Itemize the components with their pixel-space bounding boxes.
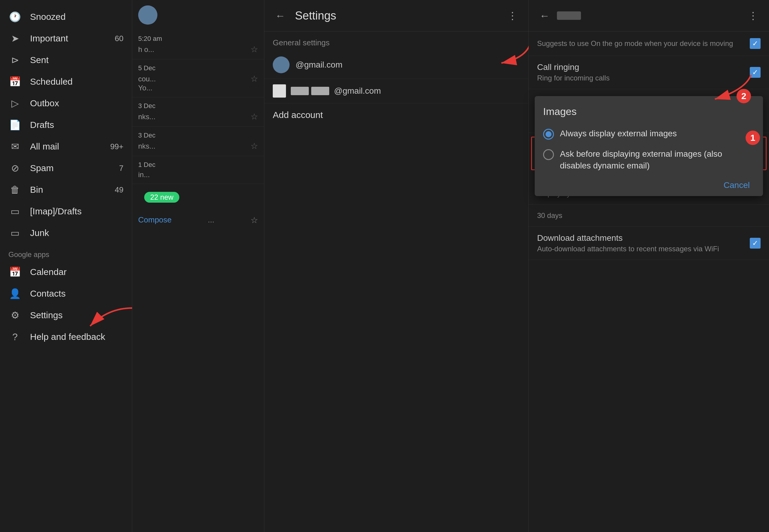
account-item-1[interactable]: @gmail.com [264, 51, 528, 79]
email-item-3[interactable]: 3 Dec nks... ☆ [132, 97, 264, 127]
email-preview-3a: nks... [138, 113, 155, 121]
download-attachments-title: Download attachments [537, 233, 750, 243]
strip-header [132, 0, 264, 30]
dialog-option-ask[interactable]: Ask before displaying external images (a… [543, 144, 755, 176]
email-time-5: 1 Dec [138, 161, 258, 169]
sidebar-item-outbox[interactable]: ▷ Outbox [0, 92, 132, 114]
add-account-button[interactable]: Add account [264, 103, 528, 127]
detail-more-button[interactable]: ⋮ [746, 7, 761, 24]
star-icon-2[interactable]: ☆ [250, 74, 258, 84]
on-the-go-checkbox[interactable]: ✓ [750, 38, 761, 49]
calendar-icon: 📅 [8, 265, 22, 279]
download-attachments-text: Download attachments Auto-download attac… [537, 233, 750, 253]
account-icons-row [291, 87, 329, 95]
sidebar-item-sent[interactable]: ⊳ Sent [0, 49, 132, 71]
sidebar-label-help: Help and feedback [30, 332, 123, 342]
sidebar-label-scheduled: Scheduled [30, 77, 123, 87]
avatar [138, 5, 157, 25]
bin-icon: 🗑 [8, 183, 22, 196]
email-preview-1: h o... [138, 45, 154, 54]
sidebar-item-snoozed[interactable]: 🕐 Snoozed [0, 6, 132, 28]
sidebar-item-important[interactable]: ➤ Important 60 [0, 28, 132, 49]
new-badge: 22 new [144, 192, 179, 203]
download-attachments-row[interactable]: Download attachments Auto-download attac… [529, 227, 769, 260]
sidebar-item-drafts[interactable]: 📄 Drafts [0, 114, 132, 136]
sidebar-item-help[interactable]: ? Help and feedback [0, 326, 132, 348]
sidebar-label-settings: Settings [30, 310, 123, 320]
star-icon-1[interactable]: ☆ [250, 44, 258, 54]
important-icon: ➤ [8, 32, 22, 45]
sidebar-item-scheduled[interactable]: 📅 Scheduled [0, 71, 132, 92]
bin-badge: 49 [111, 185, 123, 195]
general-settings-label: General settings [264, 32, 528, 51]
account-name-1: @gmail.com [295, 60, 342, 70]
spam-icon: ⊘ [8, 162, 22, 175]
account-icon-dark [291, 87, 309, 95]
account-name-2: @gmail.com [334, 86, 381, 96]
settings-title: Settings [295, 9, 498, 22]
strip-bottom: Compose ... ☆ [132, 210, 264, 230]
detail-back-button[interactable]: ← [537, 8, 552, 24]
star-icon-4[interactable]: ☆ [250, 141, 258, 151]
settings-back-button[interactable]: ← [273, 8, 288, 24]
drafts-icon: 📄 [8, 118, 22, 131]
email-preview-2a: cou... [138, 75, 156, 83]
snoozed-icon: 🕐 [8, 10, 22, 23]
account-item-2[interactable]: @gmail.com [264, 79, 528, 103]
sidebar-label-spam: Spam [30, 163, 103, 173]
important-badge: 60 [111, 34, 123, 43]
email-item-2[interactable]: 5 Dec cou... ☆ Yo... [132, 59, 264, 97]
sidebar-label-all-mail: All mail [30, 141, 102, 152]
sidebar-item-contacts[interactable]: 👤 Contacts [0, 283, 132, 304]
email-item-5[interactable]: 1 Dec in... [132, 156, 264, 184]
download-attachments-checkbox[interactable]: ✓ [750, 238, 761, 249]
sidebar-label-junk: Junk [30, 228, 123, 238]
radio-always-inner [546, 131, 552, 137]
email-item-1[interactable]: 5:20 am h o... ☆ [132, 30, 264, 59]
email-preview-2b: Yo... [138, 84, 258, 92]
sidebar-item-calendar[interactable]: 📅 Calendar [0, 261, 132, 283]
sidebar-item-junk[interactable]: ▭ Junk [0, 222, 132, 244]
sidebar-item-settings[interactable]: ⚙ Settings [0, 304, 132, 326]
detail-title-rect [557, 11, 581, 20]
sidebar-label-bin: Bin [30, 185, 103, 195]
outbox-icon: ▷ [8, 97, 22, 110]
email-item-4[interactable]: 3 Dec nks... ☆ [132, 127, 264, 156]
download-attachments-sub: Auto-download attachments to recent mess… [537, 245, 750, 253]
strip-star-bottom[interactable]: ☆ [250, 215, 258, 225]
all-mail-icon: ✉ [8, 140, 22, 153]
call-ringing-title: Call ringing [537, 62, 750, 72]
sidebar-label-calendar: Calendar [30, 267, 123, 277]
email-preview-4a: nks... [138, 142, 155, 150]
sidebar-label-contacts: Contacts [30, 289, 123, 299]
email-time-1: 5:20 am [138, 35, 258, 43]
cancel-button[interactable]: Cancel [719, 177, 755, 193]
settings-more-button[interactable]: ⋮ [505, 7, 520, 24]
badge-2: 2 [737, 89, 751, 103]
badge-1: 1 [746, 131, 760, 145]
sidebar-item-bin[interactable]: 🗑 Bin 49 [0, 179, 132, 201]
dialog-option-always-label: Always display external images [560, 128, 677, 139]
sidebar-item-imap-drafts[interactable]: ▭ [Imap]/Drafts [0, 201, 132, 222]
sidebar-item-all-mail[interactable]: ✉ All mail 99+ [0, 136, 132, 157]
spam-badge: 7 [111, 164, 123, 173]
star-icon-3[interactable]: ☆ [250, 112, 258, 122]
sidebar-item-spam[interactable]: ⊘ Spam 7 [0, 157, 132, 179]
junk-icon: ▭ [8, 226, 22, 240]
contacts-icon: 👤 [8, 287, 22, 300]
new-badge-row: 22 new [132, 184, 264, 210]
sidebar-label-drafts: Drafts [30, 120, 123, 130]
on-the-go-row[interactable]: Suggests to use On the go mode when your… [529, 32, 769, 56]
detail-panel: ← ⋮ Suggests to use On the go mode when … [529, 0, 769, 532]
sidebar-label-important: Important [30, 33, 103, 44]
radio-always-outer [543, 129, 554, 140]
sidebar-label-sent: Sent [30, 55, 123, 65]
compose-button[interactable]: Compose [138, 215, 171, 225]
radio-ask [543, 149, 554, 160]
dialog-option-always[interactable]: Always display external images [543, 123, 755, 144]
help-icon: ? [8, 330, 22, 343]
dialog-option-ask-label: Ask before displaying external images (a… [560, 148, 755, 171]
account-icon-dark2 [311, 87, 329, 95]
days-30-text: 30 days [537, 211, 761, 220]
days-30-row[interactable]: 30 days [529, 205, 769, 227]
